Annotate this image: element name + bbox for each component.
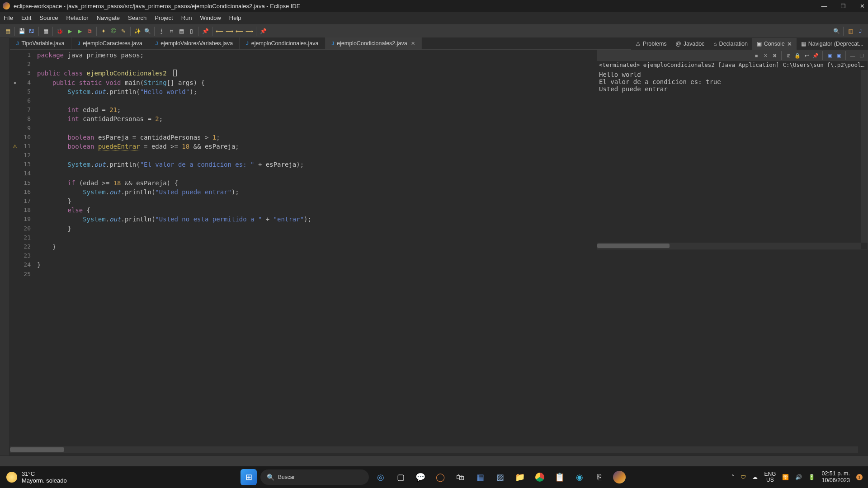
volume-icon[interactable]: 🔊	[795, 474, 802, 480]
editor-tab[interactable]: JejemploCaracteres.java	[71, 38, 149, 49]
terminal-icon[interactable]: ⎘	[591, 469, 608, 485]
menu-window[interactable]: Window	[200, 14, 221, 21]
back2-icon[interactable]: ⟵	[235, 27, 244, 36]
run-icon[interactable]: ▶	[65, 27, 74, 36]
gutter-marker[interactable]: ⚠	[10, 142, 20, 151]
wand-icon[interactable]: ⟆	[157, 27, 166, 36]
forward2-icon[interactable]: ⟶	[245, 27, 254, 36]
scrollbar-thumb[interactable]	[597, 244, 670, 248]
clear-icon[interactable]: ⎚	[784, 52, 793, 60]
battery-icon[interactable]: 🔋	[808, 474, 815, 480]
notification-badge[interactable]: 1	[856, 474, 863, 480]
wifi-icon[interactable]: 🛜	[782, 474, 789, 480]
menu-refactor[interactable]: Refactor	[66, 14, 89, 21]
new-pkg-icon[interactable]: ✦	[99, 27, 108, 36]
remove-launch-icon[interactable]: ✕	[761, 52, 769, 60]
view-tab-javadoc[interactable]: @Javadoc	[671, 38, 709, 50]
menu-help[interactable]: Help	[229, 14, 241, 21]
taskbar-weather[interactable]: 31°C Mayorm. soleado	[0, 470, 73, 484]
run-ext-icon[interactable]: ⧉	[85, 27, 94, 36]
new-icon[interactable]: ▤	[3, 27, 12, 36]
view-tab-console[interactable]: ▣Console✕	[752, 38, 797, 50]
gutter-marker[interactable]	[10, 105, 20, 114]
app-icon-2[interactable]: ▨	[492, 469, 508, 485]
new-class-icon[interactable]: Ⓒ	[109, 27, 118, 36]
gutter-marker[interactable]	[10, 60, 20, 69]
close-button[interactable]: ✕	[859, 3, 865, 9]
save-icon[interactable]: 💾	[17, 27, 26, 36]
editor-tab[interactable]: JejemploCondicionales.java	[240, 38, 325, 49]
tray-chevron-icon[interactable]: ˄	[731, 474, 734, 480]
console-output[interactable]: Hello worldEl valor de a condicion es: t…	[597, 70, 861, 243]
minimize-view-icon[interactable]: —	[849, 52, 857, 60]
forward-icon[interactable]: ⟶	[225, 27, 234, 36]
gutter-marker[interactable]	[10, 178, 20, 188]
menu-navigate[interactable]: Navigate	[97, 14, 120, 21]
close-tab-icon[interactable]: ✕	[411, 41, 415, 47]
gutter-marker[interactable]	[10, 169, 20, 178]
view-tab-navigator-deprecat-[interactable]: ▦Navigator (Deprecat...	[797, 38, 868, 50]
pin-icon[interactable]: 📌	[201, 27, 210, 36]
eclipse-taskbar-icon[interactable]	[611, 469, 627, 485]
chrome-icon[interactable]	[532, 469, 548, 485]
step-icon[interactable]: ⌗	[167, 27, 176, 36]
gutter-marker[interactable]	[10, 206, 20, 215]
editor-h-scrollbar[interactable]	[10, 446, 858, 453]
gutter-marker[interactable]	[10, 96, 20, 105]
new-folder-icon[interactable]: ✎	[119, 27, 128, 36]
gutter-marker[interactable]	[10, 124, 20, 133]
gutter-marker[interactable]	[10, 224, 20, 233]
code-content[interactable]	[35, 251, 868, 260]
close-view-icon[interactable]: ✕	[787, 41, 792, 47]
menu-search[interactable]: Search	[128, 14, 146, 21]
scroll-lock-icon[interactable]: 🔒	[793, 52, 802, 60]
gutter-marker[interactable]	[10, 270, 20, 279]
remove-all-icon[interactable]: ✖	[770, 52, 778, 60]
code-content[interactable]	[35, 270, 868, 279]
code-line[interactable]: 23	[10, 251, 868, 260]
search-icon[interactable]: 🔍	[143, 27, 152, 36]
edge-icon[interactable]: ◉	[571, 469, 588, 485]
start-button[interactable]: ⊞	[241, 469, 257, 485]
quick-access-icon[interactable]: 🔍	[832, 27, 841, 36]
bookmark-icon[interactable]: ▯	[187, 27, 196, 36]
menu-edit[interactable]: Edit	[21, 14, 31, 21]
java-perspective-icon[interactable]: J	[856, 27, 865, 36]
gutter-marker[interactable]	[10, 87, 20, 96]
maximize-view-icon[interactable]: ☐	[858, 52, 866, 60]
view-tab-declaration[interactable]: ⌂Declaration	[709, 38, 752, 50]
gutter-marker[interactable]	[10, 69, 20, 78]
code-line[interactable]: 24}	[10, 260, 868, 269]
gutter-marker[interactable]	[10, 251, 20, 260]
store-icon[interactable]: 🛍	[452, 469, 468, 485]
file-explorer-icon[interactable]: 📁	[512, 469, 528, 485]
clock[interactable]: 02:51 p. m. 10/06/2023	[821, 470, 850, 484]
chat-icon[interactable]: 💬	[412, 469, 429, 485]
display-console-icon[interactable]: ▣	[826, 52, 834, 60]
gutter-marker[interactable]: ●	[10, 78, 20, 87]
menu-file[interactable]: File	[4, 14, 13, 21]
gutter-marker[interactable]	[10, 188, 20, 197]
gutter-marker[interactable]	[10, 242, 20, 251]
gutter-marker[interactable]	[10, 114, 20, 123]
gutter-marker[interactable]	[10, 260, 20, 269]
editor-tab[interactable]: JejemploValoresVariabes.java	[149, 38, 240, 49]
gutter-marker[interactable]	[10, 160, 20, 169]
browser-icon[interactable]: ◯	[432, 469, 448, 485]
tray-shield-icon[interactable]: 🛡	[741, 474, 746, 480]
tray-cloud-icon[interactable]: ☁	[752, 474, 758, 480]
console-v-scrollbar[interactable]	[861, 70, 868, 243]
perspective-open-icon[interactable]: ▥	[846, 27, 855, 36]
coverage-icon[interactable]: ▶	[75, 27, 84, 36]
gutter-marker[interactable]	[10, 51, 20, 60]
task-view-icon[interactable]: ▢	[392, 469, 409, 485]
menu-project[interactable]: Project	[155, 14, 173, 21]
code-content[interactable]: }	[35, 260, 868, 269]
menu-run[interactable]: Run	[181, 14, 192, 21]
language-indicator[interactable]: ENG US	[764, 471, 776, 483]
pin-editor-icon[interactable]: 📌	[259, 27, 268, 36]
menu-source[interactable]: Source	[39, 14, 58, 21]
gutter-marker[interactable]	[10, 215, 20, 224]
gutter-marker[interactable]	[10, 197, 20, 206]
code-line[interactable]: 25	[10, 270, 868, 279]
